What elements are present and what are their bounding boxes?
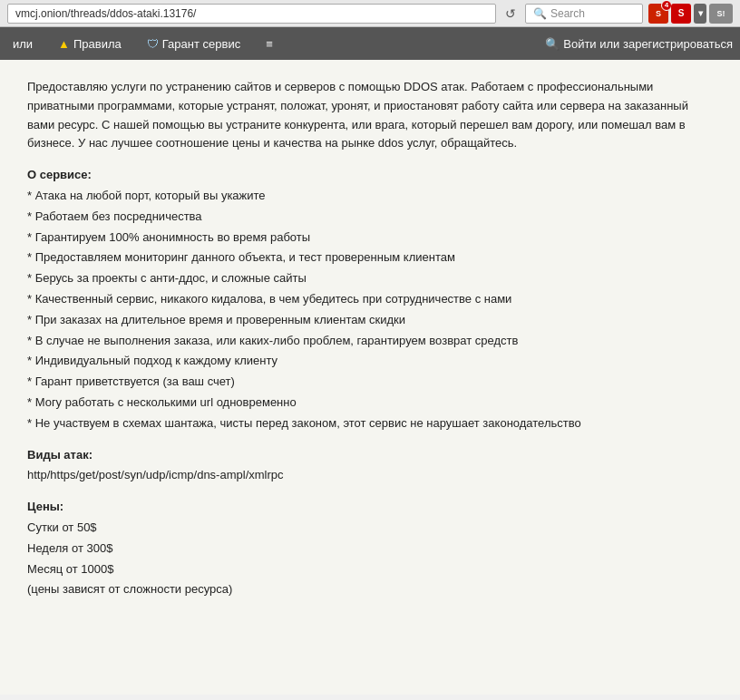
shield-icon: 🛡 <box>147 37 159 51</box>
bullet-item: * Могу работать с несколькими url одновр… <box>27 394 713 413</box>
post-content: Предоставляю услуги по устранению сайтов… <box>27 78 713 599</box>
price-item: Месяц от 1000$ <box>27 560 713 579</box>
browser-icon-3[interactable]: S! <box>709 4 733 24</box>
attack-types-value: http/https/get/post/syn/udp/icmp/dns-amp… <box>27 466 713 485</box>
prices-section: Цены: Сутки от 50$Неделя от 300$Месяц от… <box>27 498 713 599</box>
url-field[interactable]: vmcj.onion/threads/ddos-ataki.13176/ <box>7 4 496 24</box>
prices-list: Сутки от 50$Неделя от 300$Месяц от 1000$… <box>27 519 713 599</box>
nav-login[interactable]: 🔍 Войти или зарегистрироваться <box>545 37 733 51</box>
bullets-list: * Атака на любой порт, который вы укажит… <box>27 187 713 433</box>
nav-item-ili[interactable]: или <box>7 30 38 58</box>
price-item: (цены зависят от сложности ресурса) <box>27 580 713 599</box>
nav-login-label: Войти или зарегистрироваться <box>563 37 733 51</box>
bullet-item: * Гарантируем 100% анонимность во время … <box>27 228 713 248</box>
bullet-item: * Предоставляем мониторинг данного объек… <box>27 248 713 267</box>
bullet-item: * В случае не выполнения заказа, или как… <box>27 332 713 351</box>
browser-icon-2[interactable]: S <box>671 4 691 24</box>
nav-ili-label: или <box>13 37 33 51</box>
search-field[interactable]: 🔍 Search <box>525 4 643 24</box>
service-section: О сервисе: * Атака на любой порт, которы… <box>27 166 713 433</box>
nav-item-rules[interactable]: ▲ Правила <box>53 30 127 58</box>
nav-garant-label: Гарант сервис <box>162 37 240 51</box>
browser-chrome: vmcj.onion/threads/ddos-ataki.13176/ ↺ 🔍… <box>0 0 740 60</box>
price-item: Неделя от 300$ <box>27 540 713 559</box>
nav-item-garant[interactable]: 🛡 Гарант сервис <box>141 30 246 58</box>
bullet-item: * Качественный сервис, никакого кидалова… <box>27 290 713 309</box>
prices-title: Цены: <box>27 498 713 517</box>
bullet-item: * Не участвуем в схемах шантажа, чисты п… <box>27 414 713 433</box>
warning-icon: ▲ <box>58 37 70 51</box>
post-intro: Предоставляю услуги по устранению сайтов… <box>27 78 713 153</box>
reload-button[interactable]: ↺ <box>501 5 520 23</box>
bullet-item: * Работаем без посредничества <box>27 208 713 227</box>
content-area: Предоставляю услуги по устранению сайтов… <box>0 60 740 695</box>
search-icon: 🔍 <box>533 7 547 20</box>
nav-rules-label: Правила <box>73 37 122 51</box>
attack-types-section: Виды атак: http/https/get/post/syn/udp/i… <box>27 446 713 486</box>
login-search-icon: 🔍 <box>545 37 560 51</box>
bullet-item: * Атака на любой порт, который вы укажит… <box>27 187 713 206</box>
browser-dropdown[interactable]: ▾ <box>694 4 706 24</box>
search-placeholder: Search <box>550 7 585 20</box>
bullet-item: * Гарант приветствуется (за ваш счет) <box>27 373 713 392</box>
bullet-item: * При заказах на длительное время и пров… <box>27 311 713 330</box>
bullet-item: * Берусь за проекты с анти-ддос, и сложн… <box>27 269 713 288</box>
address-bar: vmcj.onion/threads/ddos-ataki.13176/ ↺ 🔍… <box>0 0 740 27</box>
nav-item-menu[interactable]: ≡ <box>260 30 278 58</box>
browser-icon-1[interactable]: S 4 <box>648 4 668 24</box>
bullet-item: * Индивидуальный подход к каждому клиент… <box>27 352 713 371</box>
menu-icon: ≡ <box>266 37 273 51</box>
nav-bar: или ▲ Правила 🛡 Гарант сервис ≡ 🔍 Войти … <box>0 27 740 60</box>
price-item: Сутки от 50$ <box>27 519 713 538</box>
attack-types-title: Виды атак: <box>27 446 713 465</box>
url-text: vmcj.onion/threads/ddos-ataki.13176/ <box>15 7 196 20</box>
service-title: О сервисе: <box>27 166 713 185</box>
